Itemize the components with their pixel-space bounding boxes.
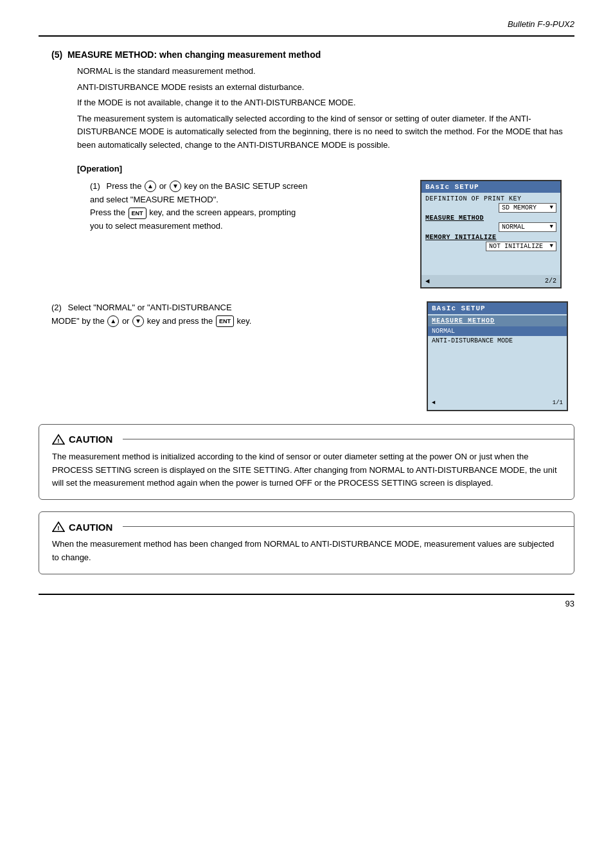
step2-row: (2) Select "NORMAL" or "ANTI-DISTURBANCE… — [51, 301, 574, 411]
caution2-title: CAUTION — [69, 522, 112, 533]
lcd1-row2-label: MEASURE METHOD — [425, 215, 556, 222]
lcd1-back-arrow: ◄ — [425, 278, 430, 285]
step1-number: (1) — [90, 181, 100, 191]
page: Bulletin F-9-PUX2 (5) MEASURE METHOD: wh… — [0, 0, 613, 868]
lcd1-dropdown2-arrow: ▼ — [550, 224, 553, 230]
top-rule — [39, 35, 574, 37]
bulletin-text: Bulletin F-9-PUX2 — [508, 19, 574, 29]
lcd1-title: BAsIc SETUP — [422, 181, 560, 193]
caution1-triangle-icon: ! — [52, 434, 65, 445]
step2-number: (2) — [51, 303, 62, 312]
operation-label: [Operation] — [77, 164, 574, 173]
lcd2-title: BAsIc SETUP — [428, 303, 567, 314]
lcd2-bottom: ◄ 1/1 — [428, 397, 567, 409]
caution1-header: ! CAUTION — [52, 434, 561, 445]
caution2-header: ! CAUTION — [52, 521, 561, 533]
para-1: NORMAL is the standard measurement metho… — [77, 65, 574, 78]
caution2-text: When the measurement method has been cha… — [52, 538, 561, 565]
lcd2-spacer — [428, 346, 567, 397]
lcd1-page: 2/2 — [545, 278, 556, 285]
svg-text:!: ! — [57, 525, 59, 532]
lcd1-dropdown1-val: SD MEMORY — [502, 204, 537, 211]
lcd1-row3-label: MEMORY INITIALIZE — [425, 234, 556, 241]
caution1-title: CAUTION — [69, 434, 112, 445]
lcd1-dropdown2: NORMAL ▼ — [499, 222, 556, 232]
lcd1-dropdown3: NOT INITIALIZE ▼ — [486, 242, 556, 251]
screen1-container: BAsIc SETUP DEFINITION OF PRINT KEY SD M… — [420, 180, 568, 288]
caution2-triangle-icon: ! — [52, 521, 65, 533]
lcd1-row1-label: DEFINITION OF PRINT KEY — [425, 195, 556, 202]
lcd2-page: 1/1 — [553, 400, 563, 406]
lcd1-dropdown3-arrow: ▼ — [550, 243, 553, 249]
caution1-text: The measurement method is initialized ac… — [52, 450, 561, 490]
lcd1-bottom: ◄ 2/2 — [422, 275, 560, 287]
caution-box-2: ! CAUTION When the measurement method ha… — [39, 511, 574, 574]
lcd1-dropdown3-val: NOT INITIALIZE — [489, 243, 543, 250]
up-key: ▲ — [145, 181, 156, 192]
ent-key: ENT — [129, 208, 147, 219]
lcd2-body: MEASURE METHOD NORMAL ANTI-DISTURBANCE M… — [428, 314, 567, 410]
svg-text:!: ! — [57, 437, 59, 444]
lcd-screen-1: BAsIc SETUP DEFINITION OF PRINT KEY SD M… — [420, 180, 562, 288]
lcd2-back: ◄ — [432, 400, 435, 406]
footer-page: 93 — [39, 599, 574, 608]
lcd1-row1-dropdown: SD MEMORY ▼ — [425, 203, 556, 213]
screen2-container: BAsIc SETUP MEASURE METHOD NORMAL ANTI-D… — [427, 301, 574, 411]
step1-row: (1) Press the ▲ or ▼ key on the BASIC SE… — [39, 180, 574, 288]
lcd1-dropdown1: SD MEMORY ▼ — [499, 203, 556, 213]
lcd-screen-2: BAsIc SETUP MEASURE METHOD NORMAL ANTI-D… — [427, 301, 568, 411]
para-3: If the MODE is not available, change it … — [77, 96, 574, 109]
para-2: ANTI-DISTURBANCE MODE resists an externa… — [77, 81, 574, 94]
lcd2-item2: ANTI-DISTURBANCE MODE — [428, 336, 567, 346]
lcd1-row3-dropdown: NOT INITIALIZE ▼ — [425, 242, 556, 251]
lcd1-dropdown1-arrow: ▼ — [550, 204, 553, 211]
lcd2-submenu-title: MEASURE METHOD — [428, 315, 567, 326]
caution-box-1: ! CAUTION The measurement method is init… — [39, 424, 574, 500]
lcd1-spacer — [425, 253, 556, 272]
lcd2-item1: NORMAL — [428, 326, 567, 336]
bulletin-header: Bulletin F-9-PUX2 — [39, 19, 574, 29]
caution2-line — [123, 526, 574, 527]
down-key: ▼ — [170, 181, 181, 192]
step2-up-key: ▲ — [107, 315, 119, 327]
step1-text: (1) Press the ▲ or ▼ key on the BASIC SE… — [39, 180, 420, 233]
step2-text: (2) Select "NORMAL" or "ANTI-DISTURBANCE… — [51, 301, 427, 328]
section-title: (5) MEASURE METHOD: when changing measur… — [51, 49, 574, 60]
step2-down-key: ▼ — [132, 315, 144, 327]
lcd1-body: DEFINITION OF PRINT KEY SD MEMORY ▼ MEAS… — [422, 193, 560, 275]
lcd1-dropdown2-val: NORMAL — [502, 224, 525, 231]
page-number: 93 — [565, 599, 574, 608]
step2-ent-key: ENT — [216, 315, 234, 327]
para-4: The measurement system is automatically … — [77, 112, 574, 152]
caution1-line — [123, 439, 574, 439]
footer-rule — [39, 594, 574, 595]
lcd1-row2-dropdown: NORMAL ▼ — [425, 222, 556, 232]
